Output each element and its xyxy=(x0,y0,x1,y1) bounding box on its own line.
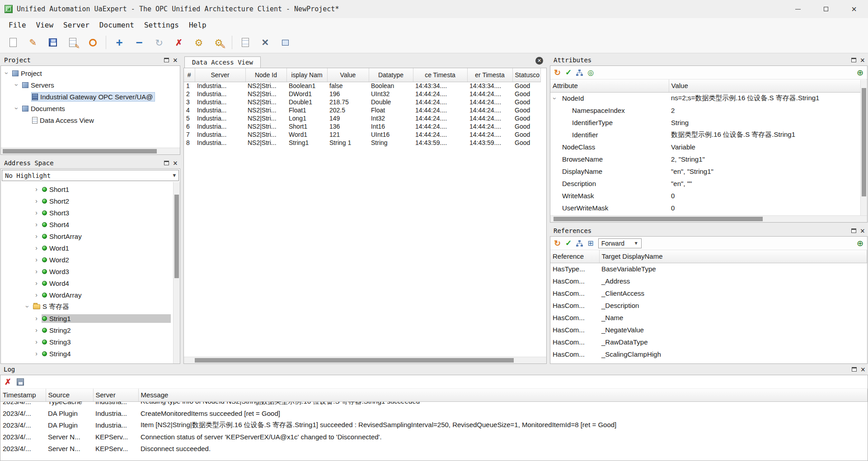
column-header-statuscode[interactable]: Statusco xyxy=(512,68,540,82)
attribute-row-identifiertype[interactable]: IdentifierTypeString xyxy=(550,116,867,129)
scrollbar-thumb[interactable] xyxy=(3,149,157,154)
column-header-node-id[interactable]: Node Id xyxy=(245,68,286,82)
reference-row[interactable]: HasCom... _RawDataType xyxy=(550,336,867,348)
tree-item-word4[interactable]: ›Word4 xyxy=(1,277,173,289)
log-row[interactable]: 2023/4/... Server N... KEPServ... Discon… xyxy=(0,443,868,455)
float-icon[interactable] xyxy=(164,58,169,62)
expander-icon[interactable]: › xyxy=(551,97,558,99)
scrollbar-thumb[interactable] xyxy=(195,358,514,363)
configure-button[interactable]: ⚙ xyxy=(190,34,207,51)
menu-item[interactable]: Settings xyxy=(139,19,184,31)
dav-row[interactable]: 5 Industria... NS2|Stri... Long1 149 Int… xyxy=(184,114,540,122)
expander-icon[interactable]: › xyxy=(24,304,31,310)
browse-icon[interactable]: ⊞ xyxy=(587,240,593,247)
column-header-target-displayname[interactable]: Target DisplayName xyxy=(599,250,867,263)
expander-icon[interactable]: › xyxy=(33,221,39,228)
attribute-row-displayname[interactable]: DisplayName"en", "String1" xyxy=(550,165,867,177)
reference-row[interactable]: HasCom... _ClientAccess xyxy=(550,287,867,299)
close-icon[interactable]: × xyxy=(861,366,865,373)
menu-item[interactable]: File xyxy=(4,19,31,31)
tree-item-word1[interactable]: ›Word1 xyxy=(1,242,173,254)
add-icon[interactable]: ⊕ xyxy=(857,69,863,77)
tree-item-documents[interactable]: › Documents xyxy=(1,102,180,114)
expander-icon[interactable]: › xyxy=(33,268,39,275)
titlebar[interactable]: Unified Automation UaExpert - The OPC Un… xyxy=(0,0,868,18)
column-header-datatype[interactable]: Datatype xyxy=(369,68,413,82)
expander-icon[interactable]: › xyxy=(33,350,39,357)
reference-row[interactable]: HasCom... _NegateValue xyxy=(550,324,867,336)
tree-item-short1[interactable]: ›Short1 xyxy=(1,183,173,195)
project-horizontal-scrollbar[interactable] xyxy=(1,148,180,154)
close-icon[interactable]: × xyxy=(173,56,178,64)
float-icon[interactable] xyxy=(164,161,169,165)
close-button[interactable]: × xyxy=(840,0,868,18)
column-header-display-name[interactable]: isplay Nam xyxy=(286,68,327,82)
float-icon[interactable] xyxy=(851,228,856,233)
dav-row[interactable]: 8 Industria... NS2|Stri... String1 Strin… xyxy=(184,139,540,147)
column-header-attribute[interactable]: Attribute xyxy=(550,79,669,92)
attribute-row-namespaceindex[interactable]: NamespaceIndex2 xyxy=(550,104,867,116)
tree-item-string1-selected[interactable]: ›String1 xyxy=(1,312,173,324)
column-header-source-timestamp[interactable]: ce Timesta xyxy=(413,68,467,82)
hierarchy-icon[interactable] xyxy=(576,240,583,247)
tree-item-industrial-gateway-server[interactable]: Industrial Gateway OPC Server/UA@ xyxy=(1,91,180,102)
column-header-server-timestamp[interactable]: er Timesta xyxy=(467,68,512,82)
dav-row[interactable]: 4 Industria... NS2|Stri... Float1 202.5 … xyxy=(184,106,540,114)
dav-row[interactable]: 7 Industria... NS2|Stri... Word1 121 UIn… xyxy=(184,130,540,139)
expander-icon[interactable]: › xyxy=(33,197,39,205)
tree-item-servers[interactable]: › Servers xyxy=(1,79,180,91)
log-row[interactable]: 2023/4/... DA Plugin Industria... Create… xyxy=(0,408,868,419)
scrollbar-thumb[interactable] xyxy=(174,195,179,278)
verify-icon[interactable]: ✓ xyxy=(565,69,572,76)
tree-item-short4[interactable]: ›Short4 xyxy=(1,219,173,230)
tab-data-access-view[interactable]: Data Access View xyxy=(184,56,261,68)
log-row[interactable]: 2023/4/... Server N... KEPServ... Connec… xyxy=(0,431,868,443)
log-row[interactable]: 2023/4/... DA Plugin Industria... Item [… xyxy=(0,419,868,431)
column-header-reference[interactable]: Reference xyxy=(550,250,599,263)
attribute-row-browsename[interactable]: BrowseName2, "String1" xyxy=(550,153,867,165)
verify-icon[interactable]: ✓ xyxy=(565,239,572,247)
attribute-row-userwritemask[interactable]: UserWriteMask0 xyxy=(550,202,867,214)
attribute-row-nodeid[interactable]: ›NodeIdns=2;s=数据类型示例.16 位设备.S 寄存器.String… xyxy=(550,92,867,104)
delete-button[interactable]: ✗ xyxy=(170,34,188,51)
new-document-button[interactable] xyxy=(5,34,22,51)
expander-icon[interactable]: › xyxy=(13,82,20,88)
direction-combobox[interactable]: Forward ▼ xyxy=(598,238,642,248)
attribute-row-description[interactable]: Description"en", "" xyxy=(550,177,867,190)
refresh-icon[interactable]: ↻ xyxy=(554,69,561,77)
target-icon[interactable]: ◎ xyxy=(587,69,594,76)
add-server-button[interactable]: + xyxy=(111,34,128,51)
expander-icon[interactable]: › xyxy=(33,244,39,251)
column-header-source[interactable]: Source xyxy=(46,389,93,401)
expander-icon[interactable]: › xyxy=(3,70,10,76)
reference-row[interactable]: HasCom... _Address xyxy=(550,275,867,287)
tree-item-shortarray[interactable]: ›ShortArray xyxy=(1,230,173,242)
tree-item-word3[interactable]: ›Word3 xyxy=(1,265,173,277)
attribute-row-writemask[interactable]: WriteMask0 xyxy=(550,190,867,202)
log-row[interactable]: 2023/4/... TypeCache Industria... Readin… xyxy=(0,402,868,408)
column-header-server[interactable]: Server xyxy=(93,389,138,401)
attribute-row-identifier[interactable]: Identifier数据类型示例.16 位设备.S 寄存器.String1 xyxy=(550,129,867,141)
dav-horizontal-scrollbar[interactable] xyxy=(184,357,546,363)
tree-item-s-register-folder[interactable]: ›S 寄存器 xyxy=(1,301,173,312)
column-header-value[interactable]: Value xyxy=(669,79,867,92)
column-header-number[interactable]: # xyxy=(184,68,195,82)
expander-icon[interactable]: › xyxy=(33,209,39,216)
save-document-button[interactable] xyxy=(44,34,61,51)
dav-close-button[interactable]: ✕ xyxy=(535,57,543,65)
save-log-icon[interactable] xyxy=(17,378,24,386)
expander-icon[interactable]: › xyxy=(33,186,39,193)
menu-item[interactable]: Document xyxy=(94,19,139,31)
tree-item-wordarray[interactable]: ›WordArray xyxy=(1,289,173,301)
address-space-vertical-scrollbar[interactable] xyxy=(173,182,180,363)
close-icon[interactable]: × xyxy=(173,159,178,167)
tree-item-string2[interactable]: ›String2 xyxy=(1,324,173,336)
close-icon[interactable]: × xyxy=(860,56,865,64)
document-properties-button[interactable] xyxy=(237,34,254,51)
float-icon[interactable] xyxy=(852,367,857,372)
menu-item[interactable]: View xyxy=(31,19,59,31)
dav-row[interactable]: 1 Industria... NS2|Stri... Boolean1 fals… xyxy=(184,82,540,90)
tree-item-short3[interactable]: ›Short3 xyxy=(1,207,173,219)
restore-button[interactable] xyxy=(812,0,840,18)
cascade-windows-button[interactable] xyxy=(277,34,294,51)
